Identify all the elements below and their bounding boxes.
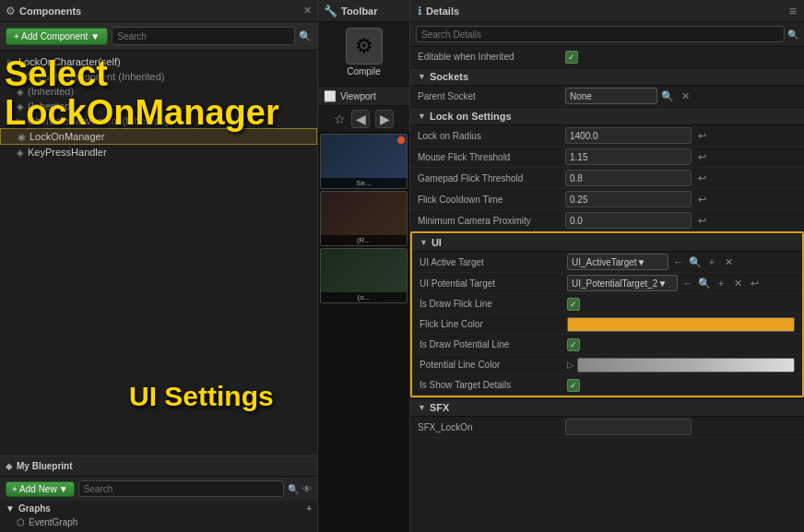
tree-item-inherited2[interactable]: ◈ (Inherited) xyxy=(0,99,317,113)
min-camera-input[interactable] xyxy=(565,212,692,229)
tree-item-inherited1[interactable]: ◈ (Inherited) xyxy=(0,84,317,99)
right-panel: ℹ Details ≡ 🔍 Editable when Inherited ✓ … xyxy=(410,0,804,532)
sfx-lockon-label: SFX_LockOn xyxy=(418,422,565,432)
compile-icon: ⚙ xyxy=(346,28,383,65)
potential-target-extra-icon[interactable]: ↩ xyxy=(747,276,762,290)
sockets-title: Sockets xyxy=(430,71,468,82)
flick-cooldown-input[interactable] xyxy=(565,191,692,207)
parent-socket-search-icon[interactable]: 🔍 xyxy=(660,89,675,103)
my-blueprint-header: ◆ My Blueprint xyxy=(0,456,317,477)
thumb3-label: (o... xyxy=(321,292,407,302)
ui-potential-target-dropdown-text: UI_PotentialTarget_2▼ xyxy=(572,278,667,289)
tree-item-charactermovement[interactable]: ▷ CharacterMovement (Inherited) xyxy=(0,113,317,128)
potential-line-color-swatch[interactable] xyxy=(577,358,795,372)
toolbar-title: Toolbar xyxy=(341,6,378,17)
inherited2-icon: ◈ xyxy=(17,101,24,112)
event-graph-item[interactable]: ⬡ EventGraph xyxy=(6,515,312,529)
mouse-threshold-input[interactable] xyxy=(565,148,692,165)
is-show-target-details-label: Is Show Target Details xyxy=(420,380,567,390)
potential-target-add-icon[interactable]: + xyxy=(714,276,728,290)
potential-line-color-label: Potential Line Color xyxy=(420,360,567,370)
min-camera-reset[interactable]: ↩ xyxy=(694,213,709,228)
left-bottom: ◆ My Blueprint + Add New ▼ 🔍 👁 ▼ Graphs … xyxy=(0,455,317,532)
flick-cooldown-reset[interactable]: ↩ xyxy=(694,192,709,207)
tree-item-self-label: LockOnCharacter(self) xyxy=(18,56,121,67)
potential-line-color-row: Potential Line Color ▷ xyxy=(412,355,802,375)
blueprint-search-input[interactable] xyxy=(78,480,284,497)
mouse-threshold-label: Mouse Flick Threshold xyxy=(418,152,565,162)
lock-on-settings-header[interactable]: ▼ Lock on Settings xyxy=(410,107,804,125)
sfx-lockon-input[interactable] xyxy=(565,419,692,435)
tree-item-capsule[interactable]: ○ CapsuleComponent (Inherited) xyxy=(0,69,317,84)
blueprint-search-icon[interactable]: 🔍 xyxy=(288,484,299,494)
mouse-threshold-reset[interactable]: ↩ xyxy=(694,149,709,164)
active-target-search-icon[interactable]: 🔍 xyxy=(688,254,703,269)
active-target-back-icon[interactable]: ← xyxy=(671,254,686,269)
ui-potential-target-row: UI Potential Target UI_PotentialTarget_2… xyxy=(412,273,802,294)
potential-line-expand[interactable]: ▷ xyxy=(567,360,574,370)
blueprint-header-icon: ◆ xyxy=(6,461,13,471)
gamepad-threshold-reset[interactable]: ↩ xyxy=(694,171,709,185)
details-search-input[interactable] xyxy=(416,26,785,42)
editable-inherited-value: ✓ xyxy=(565,51,797,64)
potential-target-clear-icon[interactable]: ✕ xyxy=(730,276,745,290)
gamepad-threshold-value: ↩ xyxy=(565,170,797,186)
potential-target-search-icon[interactable]: 🔍 xyxy=(697,276,712,290)
event-graph-label: EventGraph xyxy=(29,517,77,527)
components-header: ⚙ Components ✕ xyxy=(0,0,317,22)
lock-on-radius-reset[interactable]: ↩ xyxy=(694,128,709,143)
add-new-button[interactable]: + Add New ▼ xyxy=(6,481,75,497)
thumbnail-3[interactable]: (o... xyxy=(320,248,408,303)
flick-line-color-swatch[interactable] xyxy=(567,317,795,332)
graphs-header: ▼ Graphs + xyxy=(6,503,312,514)
sockets-section-header[interactable]: ▼ Sockets xyxy=(410,67,804,86)
capsule-icon: ○ xyxy=(17,72,22,82)
ui-section-header[interactable]: ▼ UI xyxy=(412,233,802,252)
lock-on-radius-label: Lock on Radius xyxy=(418,131,565,141)
sfx-section-header[interactable]: ▼ SFX xyxy=(410,398,804,417)
tree-item-lockonmanager-label: LockOnManager xyxy=(30,131,104,142)
tree-item-self[interactable]: ▷ LockOnCharacter(self) xyxy=(0,54,317,69)
is-show-target-details-checkbox[interactable]: ✓ xyxy=(567,379,580,392)
compile-label: Compile xyxy=(347,66,381,77)
component-search-input[interactable] xyxy=(112,27,295,45)
lock-on-settings-title: Lock on Settings xyxy=(430,111,512,122)
is-draw-potential-line-checkbox[interactable]: ✓ xyxy=(567,338,580,351)
graphs-title: Graphs xyxy=(18,503,51,514)
ui-active-target-dropdown[interactable]: UI_ActiveTarget▼ xyxy=(567,254,668,270)
tree-item-lockonmanager[interactable]: ◉ LockOnManager xyxy=(0,128,317,145)
viewport-header: ⬜ Viewport xyxy=(318,86,409,106)
is-draw-flick-line-checkbox[interactable]: ✓ xyxy=(567,298,580,311)
add-component-chevron: ▼ xyxy=(90,31,100,41)
editable-inherited-checkbox[interactable]: ✓ xyxy=(565,51,578,64)
active-target-clear-icon[interactable]: ✕ xyxy=(721,254,736,269)
thumbnail-2[interactable]: (R... xyxy=(320,191,408,246)
component-search-icon: 🔍 xyxy=(299,30,312,42)
potential-target-back-icon[interactable]: ← xyxy=(680,276,695,290)
ui-active-target-actions: ← 🔍 + ✕ xyxy=(671,254,736,269)
parent-socket-clear-icon[interactable]: ✕ xyxy=(678,89,692,103)
back-button[interactable]: ◀ xyxy=(351,110,370,128)
thumbnail-1[interactable]: Se... xyxy=(320,134,408,189)
ui-potential-target-dropdown[interactable]: UI_PotentialTarget_2▼ xyxy=(567,275,678,291)
active-target-add-icon[interactable]: + xyxy=(704,254,719,269)
star-button[interactable]: ☆ xyxy=(334,112,346,126)
sfx-lockon-row: SFX_LockOn xyxy=(410,417,804,438)
lock-on-radius-input[interactable] xyxy=(565,127,692,144)
gamepad-threshold-input[interactable] xyxy=(565,170,692,186)
flick-line-color-row: Flick Line Color xyxy=(412,314,802,335)
parent-socket-dropdown[interactable]: None xyxy=(565,88,657,104)
add-component-bar: + Add Component ▼ 🔍 xyxy=(0,22,317,51)
blueprint-eye-icon[interactable]: 👁 xyxy=(302,484,312,494)
toolbar-header: 🔧 Toolbar xyxy=(318,0,409,22)
details-menu-button[interactable]: ≡ xyxy=(789,4,797,18)
ui-active-target-row: UI Active Target UI_ActiveTarget▼ ← 🔍 + … xyxy=(412,252,802,273)
graphs-add-icon[interactable]: + xyxy=(306,503,312,514)
forward-button[interactable]: ▶ xyxy=(375,110,394,128)
add-component-button[interactable]: + Add Component ▼ xyxy=(6,28,108,45)
components-close-btn[interactable]: ✕ xyxy=(303,5,312,17)
tree-item-keypresshandler[interactable]: ◈ KeyPressHandler xyxy=(0,145,317,160)
compile-button[interactable]: ⚙ Compile xyxy=(346,28,383,77)
self-icon: ▷ xyxy=(7,57,15,67)
editable-when-inherited-row: Editable when Inherited ✓ xyxy=(410,47,804,67)
